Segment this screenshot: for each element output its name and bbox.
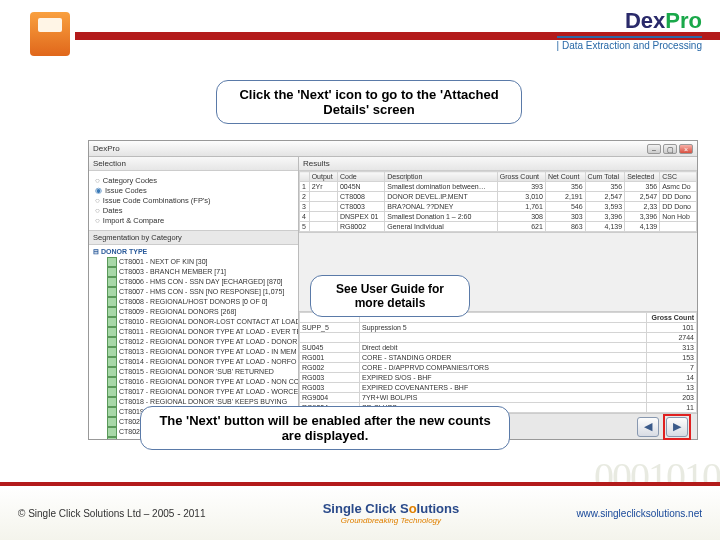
tree-item[interactable]: CT8010 - REGIONAL DONOR-LOST CONTACT AT … xyxy=(93,317,294,327)
tree-item[interactable]: CT8017 - REGIONAL DONOR TYPE AT LOAD - W… xyxy=(93,387,294,397)
tree-item[interactable]: CT8003 - BRANCH MEMBER [71] xyxy=(93,267,294,277)
callout-instruction-bottom: The 'Next' button will be enabled after … xyxy=(140,406,510,450)
table-row[interactable]: 3CT8003BRA?ONAL ??DNEY1,7615463,5932,33D… xyxy=(300,202,697,212)
tree-item[interactable]: CT8001 - NEXT OF KIN [30] xyxy=(93,257,294,267)
table-row[interactable]: 2CT8008DONOR DEVEL.IP.MENT3,0102,1912,54… xyxy=(300,192,697,202)
tree-root[interactable]: ⊟ DONOR TYPE xyxy=(93,247,294,257)
tree-item[interactable]: CT8014 - REGIONAL DONOR TYPE AT LOAD - N… xyxy=(93,357,294,367)
results-header: Results xyxy=(299,157,697,171)
tree-item[interactable]: CT8007 - HMS CON - SSN [NO RESPONSE] [1,… xyxy=(93,287,294,297)
table-row[interactable]: 5RG8002General Individual6218634,1394,13… xyxy=(300,222,697,232)
callout-instruction-top: Click the 'Next' icon to go to the 'Atta… xyxy=(216,80,522,124)
footer-url: www.singleclicksolutions.net xyxy=(576,508,702,519)
tree-item[interactable]: CT8006 - HMS CON - SSN DAY [ECHARGED] [8… xyxy=(93,277,294,287)
radio-dates[interactable]: Dates xyxy=(95,206,292,215)
brand-pro: Pro xyxy=(665,8,702,33)
maximize-button[interactable]: ▢ xyxy=(663,144,677,154)
copyright: © Single Click Solutions Ltd – 2005 - 20… xyxy=(18,508,205,519)
table-row[interactable]: 4DNSPEX 01Smallest Donation 1 – 2:603083… xyxy=(300,212,697,222)
table-row[interactable]: SU045Direct debit313 xyxy=(300,343,697,353)
table-row[interactable]: RG90047YR+WI BOL/PIS203 xyxy=(300,393,697,403)
tree-item[interactable]: CT8016 - REGIONAL DONOR TYPE AT LOAD - N… xyxy=(93,377,294,387)
tree-item[interactable]: CT8008 - REGIONAL/HOST DONORS [0 OF 0] xyxy=(93,297,294,307)
brand-logo: DexPro | Data Extraction and Processing xyxy=(557,8,702,51)
window-buttons: – ▢ × xyxy=(647,144,693,154)
tree-item[interactable]: CT8011 - REGIONAL DONOR TYPE AT LOAD - E… xyxy=(93,327,294,337)
selection-radios: Category Codes Issue Codes Issue Code Co… xyxy=(89,171,298,230)
radio-category-codes[interactable]: Category Codes xyxy=(95,176,292,185)
suppression-grid[interactable]: Gross Count SUPP_5Suppression 51012744SU… xyxy=(299,311,697,413)
table-row[interactable]: RG003EXPIRED COVENANTERS - BHF13 xyxy=(300,383,697,393)
radio-issue-combos[interactable]: Issue Code Combinations (FP's) xyxy=(95,196,292,205)
table-row[interactable]: RG003EXPIRED S/OS - BHF14 xyxy=(300,373,697,383)
table-row[interactable]: RG001CORE - STANDING ORDER153 xyxy=(300,353,697,363)
tree-item[interactable]: CT8013 - REGIONAL DONOR TYPE AT LOAD - I… xyxy=(93,347,294,357)
segmentation-header: Segmentation by Category xyxy=(89,230,298,245)
tree-item[interactable]: CT8012 - REGIONAL DONOR TYPE AT LOAD - D… xyxy=(93,337,294,347)
table-row[interactable]: RG002CORE - D/APPRVD COMPANIES/TORS7 xyxy=(300,363,697,373)
radio-import-compare[interactable]: Import & Compare xyxy=(95,216,292,225)
close-button[interactable]: × xyxy=(679,144,693,154)
table-row[interactable]: SUPP_5Suppression 5101 xyxy=(300,323,697,333)
callout-guide: See User Guide for more details xyxy=(310,275,470,317)
selection-header: Selection xyxy=(89,157,298,171)
next-button[interactable]: ▶ xyxy=(666,417,688,437)
app-titlebar[interactable]: DexPro – ▢ × xyxy=(89,141,697,157)
tree-item[interactable]: CT8009 - REGIONAL DONORS [268] xyxy=(93,307,294,317)
app-title: DexPro xyxy=(93,144,647,153)
brand-tagline: | Data Extraction and Processing xyxy=(557,36,702,51)
slide-footer: © Single Click Solutions Ltd – 2005 - 20… xyxy=(0,482,720,540)
minimize-button[interactable]: – xyxy=(647,144,661,154)
table-row[interactable]: 12Yr0045NSmallest domination between…393… xyxy=(300,182,697,192)
next-highlight-ring: ▶ xyxy=(663,414,691,440)
footer-brand: Single Click Solutions Groundbreaking Te… xyxy=(323,501,460,525)
back-button[interactable]: ◀ xyxy=(637,417,659,437)
results-grid[interactable]: OutputCodeDescriptionGross CountNet Coun… xyxy=(299,171,697,233)
left-panel: Selection Category Codes Issue Codes Iss… xyxy=(89,157,299,439)
slide-header: DexPro | Data Extraction and Processing xyxy=(0,0,720,62)
radio-issue-codes[interactable]: Issue Codes xyxy=(95,186,292,195)
tree-item[interactable]: CT8015 - REGIONAL DONOR 'SUB' RETURNED xyxy=(93,367,294,377)
logo-cube-icon xyxy=(30,12,70,56)
brand-dex: Dex xyxy=(625,8,665,33)
table-row[interactable]: 2744 xyxy=(300,333,697,343)
